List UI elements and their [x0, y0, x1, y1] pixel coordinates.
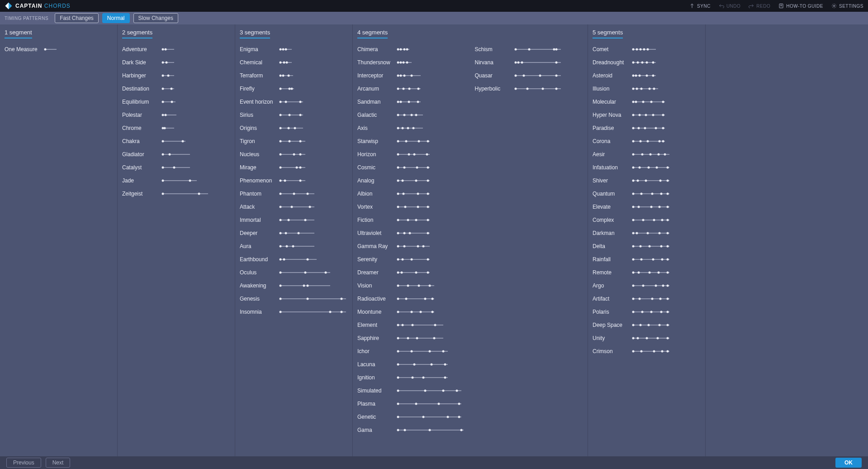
- pattern-row[interactable]: Vortex: [357, 201, 466, 212]
- pattern-row[interactable]: Tigron: [240, 136, 348, 146]
- pattern-row[interactable]: Corona: [593, 136, 701, 146]
- pattern-row[interactable]: Gamma Ray: [357, 241, 466, 251]
- pattern-row[interactable]: Illusion: [593, 83, 701, 94]
- pattern-row[interactable]: Ultraviolet: [357, 228, 466, 238]
- pattern-row[interactable]: Sirius: [240, 110, 348, 120]
- pattern-row[interactable]: Firefly: [240, 83, 348, 94]
- pattern-row[interactable]: Molecular: [593, 96, 701, 107]
- pattern-row[interactable]: Chrome: [122, 123, 230, 133]
- pattern-row[interactable]: Polaris: [593, 306, 701, 317]
- pattern-row[interactable]: Sapphire: [357, 333, 466, 343]
- slow-changes-button[interactable]: Slow Changes: [133, 13, 178, 23]
- pattern-row[interactable]: Interceptor: [357, 70, 466, 81]
- pattern-row[interactable]: Quasar: [475, 70, 583, 81]
- pattern-row[interactable]: Nucleus: [240, 149, 348, 159]
- pattern-row[interactable]: Aesir: [593, 149, 701, 159]
- pattern-row[interactable]: Quantum: [593, 188, 701, 199]
- pattern-row[interactable]: Phantom: [240, 188, 348, 199]
- pattern-row[interactable]: Axis: [357, 123, 466, 133]
- pattern-row[interactable]: Schism: [475, 44, 583, 54]
- pattern-row[interactable]: Crimson: [593, 346, 701, 356]
- pattern-row[interactable]: Lacuna: [357, 359, 466, 369]
- pattern-row[interactable]: One Measure: [5, 44, 113, 54]
- pattern-row[interactable]: Moontune: [357, 306, 466, 317]
- pattern-row[interactable]: Attack: [240, 201, 348, 212]
- howto-button[interactable]: HOW-TO GUIDE: [778, 3, 823, 9]
- pattern-row[interactable]: Destination: [122, 83, 230, 94]
- pattern-row[interactable]: Awakening: [240, 280, 348, 291]
- pattern-row[interactable]: Nirvana: [475, 57, 583, 67]
- pattern-row[interactable]: Vision: [357, 280, 466, 291]
- pattern-row[interactable]: Asteroid: [593, 70, 701, 81]
- pattern-row[interactable]: Horizon: [357, 149, 466, 159]
- pattern-row[interactable]: Gama: [357, 425, 466, 435]
- pattern-row[interactable]: Hyperbolic: [475, 83, 583, 94]
- normal-button[interactable]: Normal: [102, 13, 130, 23]
- pattern-row[interactable]: Chemical: [240, 57, 348, 67]
- pattern-row[interactable]: Fiction: [357, 215, 466, 225]
- pattern-row[interactable]: Cosmic: [357, 162, 466, 172]
- pattern-row[interactable]: Thundersnow: [357, 57, 466, 67]
- pattern-row[interactable]: Adventure: [122, 44, 230, 54]
- pattern-row[interactable]: Genesis: [240, 293, 348, 304]
- pattern-row[interactable]: Chimera: [357, 44, 466, 54]
- fast-changes-button[interactable]: Fast Changes: [55, 13, 99, 23]
- pattern-row[interactable]: Dreamer: [357, 267, 466, 278]
- pattern-row[interactable]: Ignition: [357, 372, 466, 383]
- pattern-row[interactable]: Immortal: [240, 215, 348, 225]
- pattern-row[interactable]: Dreadnought: [593, 57, 701, 67]
- previous-button[interactable]: Previous: [6, 458, 41, 468]
- pattern-row[interactable]: Element: [357, 320, 466, 330]
- settings-button[interactable]: SETTINGS: [831, 3, 863, 9]
- pattern-row[interactable]: Event horizon: [240, 96, 348, 107]
- pattern-row[interactable]: Chakra: [122, 136, 230, 146]
- pattern-row[interactable]: Terraform: [240, 70, 348, 81]
- pattern-row[interactable]: Radioactive: [357, 293, 466, 304]
- pattern-row[interactable]: Jade: [122, 175, 230, 186]
- pattern-row[interactable]: Elevate: [593, 201, 701, 212]
- pattern-row[interactable]: Remote: [593, 267, 701, 278]
- next-button[interactable]: Next: [46, 458, 71, 468]
- pattern-row[interactable]: Dark Side: [122, 57, 230, 67]
- pattern-row[interactable]: Oculus: [240, 267, 348, 278]
- pattern-row[interactable]: Complex: [593, 215, 701, 225]
- pattern-row[interactable]: Shiver: [593, 175, 701, 186]
- pattern-row[interactable]: Ichor: [357, 346, 466, 356]
- pattern-row[interactable]: Zeitgeist: [122, 188, 230, 199]
- pattern-row[interactable]: Origins: [240, 123, 348, 133]
- pattern-row[interactable]: Galactic: [357, 110, 466, 120]
- pattern-row[interactable]: Hyper Nova: [593, 110, 701, 120]
- pattern-row[interactable]: Serenity: [357, 254, 466, 264]
- pattern-row[interactable]: Rainfall: [593, 254, 701, 264]
- pattern-row[interactable]: Simulated: [357, 385, 466, 396]
- pattern-row[interactable]: Earthbound: [240, 254, 348, 264]
- pattern-row[interactable]: Infatuation: [593, 162, 701, 172]
- redo-button[interactable]: REDO: [749, 3, 770, 9]
- undo-button[interactable]: UNDO: [719, 3, 740, 9]
- pattern-row[interactable]: Analog: [357, 175, 466, 186]
- pattern-row[interactable]: Catalyst: [122, 162, 230, 172]
- pattern-row[interactable]: Gladiator: [122, 149, 230, 159]
- pattern-row[interactable]: Phenomenon: [240, 175, 348, 186]
- pattern-row[interactable]: Arcanum: [357, 83, 466, 94]
- pattern-row[interactable]: Aura: [240, 241, 348, 251]
- pattern-row[interactable]: Unity: [593, 333, 701, 343]
- pattern-row[interactable]: Harbinger: [122, 70, 230, 81]
- pattern-row[interactable]: Insomnia: [240, 306, 348, 317]
- pattern-row[interactable]: Darkman: [593, 228, 701, 238]
- sync-button[interactable]: SYNC: [689, 3, 711, 9]
- pattern-row[interactable]: Paradise: [593, 123, 701, 133]
- pattern-row[interactable]: Comet: [593, 44, 701, 54]
- pattern-row[interactable]: Artifact: [593, 293, 701, 304]
- pattern-row[interactable]: Polestar: [122, 110, 230, 120]
- pattern-row[interactable]: Enigma: [240, 44, 348, 54]
- pattern-row[interactable]: Deep Space: [593, 320, 701, 330]
- pattern-row[interactable]: Plasma: [357, 398, 466, 409]
- pattern-row[interactable]: Albion: [357, 188, 466, 199]
- pattern-row[interactable]: Starwisp: [357, 136, 466, 146]
- pattern-row[interactable]: Delta: [593, 241, 701, 251]
- ok-button[interactable]: OK: [835, 458, 862, 468]
- pattern-row[interactable]: Mirage: [240, 162, 348, 172]
- pattern-row[interactable]: Sandman: [357, 96, 466, 107]
- pattern-row[interactable]: Equilibrium: [122, 96, 230, 107]
